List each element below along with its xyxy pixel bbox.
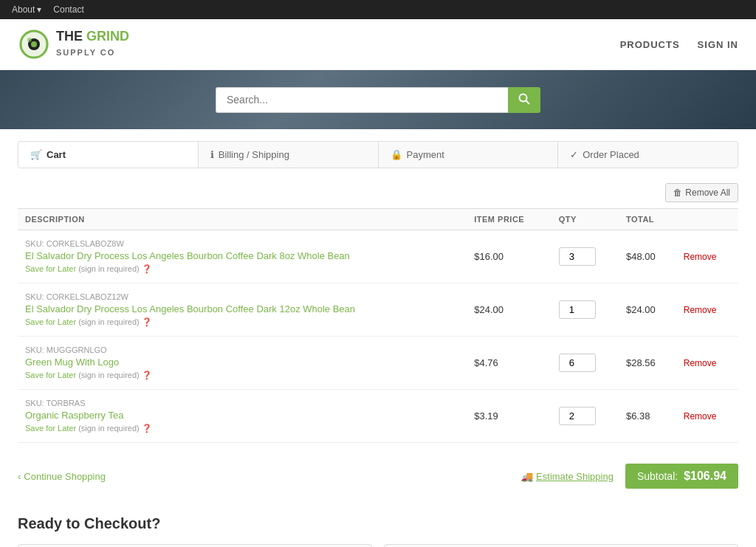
svg-point-4 (27, 38, 32, 42)
cart-icon: 🛒 (30, 149, 42, 160)
site-header: THE GRIND SUPPLY CO PRODUCTS SIGN IN (0, 19, 756, 70)
header-item-price: ITEM PRICE (467, 209, 551, 230)
checkout-steps: 🛒 Cart ℹ Billing / Shipping 🔒 Payment ✓ … (18, 141, 738, 168)
logo-icon (18, 28, 50, 61)
have-account-card: Have an account? Welcome back! Sign in f… (18, 544, 372, 547)
remove-link-2[interactable]: Remove (684, 358, 717, 368)
payment-icon: 🔒 (391, 149, 402, 160)
continue-shopping-label: Continue Shopping (24, 471, 106, 482)
ready-title: Ready to Checkout? (18, 515, 738, 532)
step-billing[interactable]: ℹ Billing / Shipping (199, 142, 379, 168)
about-label[interactable]: About (12, 4, 35, 15)
search-icon (518, 93, 530, 105)
save-later-2: Save for Later (sign in required) ❓ (25, 371, 459, 380)
subtotal-label: Subtotal: (637, 470, 678, 482)
save-later-3: Save for Later (sign in required) ❓ (25, 424, 459, 433)
signin-link[interactable]: SIGN IN (698, 39, 738, 50)
remove-link-1[interactable]: Remove (684, 305, 717, 315)
search-input[interactable] (216, 87, 508, 113)
order-icon: ✓ (570, 149, 578, 160)
item-remove-1: Remove (676, 283, 738, 337)
save-later-link-2[interactable]: Save for Later (25, 371, 76, 379)
item-qty-1 (551, 283, 619, 337)
logo-text: THE GRIND SUPPLY CO (56, 30, 129, 59)
item-price-0: $16.00 (467, 230, 551, 283)
step-payment-label: Payment (407, 149, 444, 160)
save-later-0: Save for Later (sign in required) ❓ (25, 264, 459, 274)
remove-link-0[interactable]: Remove (684, 252, 717, 262)
continue-shopping-link[interactable]: ‹ Continue Shopping (18, 471, 106, 482)
ready-section: Ready to Checkout? Have an account? Welc… (18, 515, 738, 547)
top-navigation: About ▾ Contact (0, 0, 756, 19)
item-description-2: SKU: MUGGGRNLGO Green Mug With Logo Save… (18, 337, 467, 390)
item-description-0: SKU: CORKELSLABOZ8W El Salvador Dry Proc… (18, 230, 467, 283)
item-remove-0: Remove (676, 230, 738, 283)
item-remove-3: Remove (676, 390, 738, 443)
item-description-3: SKU: TORBRAS Organic Raspberry Tea Save … (18, 390, 467, 443)
help-icon-0[interactable]: ❓ (142, 264, 152, 273)
cart-summary: 🚚 Estimate Shipping Subtotal: $106.94 (521, 464, 738, 489)
chevron-left-icon: ‹ (18, 471, 21, 482)
qty-input-0[interactable] (559, 247, 596, 266)
save-later-link-3[interactable]: Save for Later (25, 424, 76, 433)
step-order[interactable]: ✓ Order Placed (558, 142, 738, 168)
qty-input-1[interactable] (559, 300, 596, 319)
table-row: SKU: MUGGGRNLGO Green Mug With Logo Save… (18, 337, 738, 390)
logo-line2: SUPPLY CO (56, 48, 115, 57)
step-cart-label: Cart (47, 149, 66, 160)
item-name-2[interactable]: Green Mug With Logo (25, 357, 119, 368)
about-menu[interactable]: About ▾ (12, 4, 41, 15)
save-later-link-1[interactable]: Save for Later (25, 317, 76, 326)
item-price-2: $4.76 (467, 337, 551, 390)
svg-line-6 (526, 100, 530, 104)
subtotal-box: Subtotal: $106.94 (625, 464, 738, 489)
item-qty-0 (551, 230, 619, 283)
qty-input-3[interactable] (559, 407, 596, 425)
header-description: DESCRIPTION (18, 209, 467, 230)
contact-link[interactable]: Contact (53, 4, 83, 15)
item-name-0[interactable]: El Salvador Dry Process Los Angeles Bour… (25, 250, 350, 261)
estimate-shipping-label: Estimate Shipping (536, 471, 614, 482)
about-chevron: ▾ (37, 4, 41, 15)
main-content: 🛒 Cart ℹ Billing / Shipping 🔒 Payment ✓ … (0, 129, 756, 547)
item-remove-2: Remove (676, 337, 738, 390)
item-qty-3 (551, 390, 619, 443)
save-later-link-0[interactable]: Save for Later (25, 264, 76, 273)
cart-table: DESCRIPTION ITEM PRICE QTY TOTAL SKU: CO… (18, 208, 738, 443)
billing-icon: ℹ (210, 149, 214, 160)
item-total-0: $48.00 (619, 230, 676, 283)
logo[interactable]: THE GRIND SUPPLY CO (18, 28, 129, 61)
help-icon-3[interactable]: ❓ (142, 424, 152, 433)
save-later-1: Save for Later (sign in required) ❓ (25, 317, 459, 327)
products-link[interactable]: PRODUCTS (620, 39, 680, 50)
search-banner (0, 70, 756, 129)
table-row: SKU: TORBRAS Organic Raspberry Tea Save … (18, 390, 738, 443)
step-cart[interactable]: 🛒 Cart (18, 142, 199, 168)
step-billing-label: Billing / Shipping (219, 149, 289, 160)
help-icon-1[interactable]: ❓ (142, 317, 152, 326)
item-name-1[interactable]: El Salvador Dry Process Los Angeles Bour… (25, 303, 355, 314)
cart-footer: ‹ Continue Shopping 🚚 Estimate Shipping … (18, 455, 738, 498)
logo-line1: THE GRIND (56, 29, 129, 44)
header-navigation: PRODUCTS SIGN IN (620, 39, 738, 50)
remove-all-button[interactable]: 🗑 Remove All (665, 183, 738, 202)
item-name-3[interactable]: Organic Raspberry Tea (25, 410, 123, 421)
item-sku-2: SKU: MUGGGRNLGO (25, 345, 459, 354)
help-icon-2[interactable]: ❓ (142, 371, 152, 379)
remove-all-label: Remove All (685, 188, 730, 198)
item-total-1: $24.00 (619, 283, 676, 337)
truck-icon: 🚚 (521, 471, 533, 482)
table-row: SKU: CORKELSLABOZ8W El Salvador Dry Proc… (18, 230, 738, 283)
header-qty: QTY (551, 209, 619, 230)
search-button[interactable] (508, 87, 540, 113)
subtotal-amount: $106.94 (684, 469, 726, 483)
item-total-2: $28.56 (619, 337, 676, 390)
remove-link-3[interactable]: Remove (684, 411, 717, 422)
step-order-label: Order Placed (583, 149, 639, 160)
create-account-card: Create an Account Creating an account me… (384, 544, 738, 547)
header-total: TOTAL (619, 209, 676, 230)
qty-input-2[interactable] (559, 354, 596, 372)
step-payment[interactable]: 🔒 Payment (379, 142, 559, 168)
estimate-shipping-link[interactable]: 🚚 Estimate Shipping (521, 471, 614, 482)
item-total-3: $6.38 (619, 390, 676, 443)
